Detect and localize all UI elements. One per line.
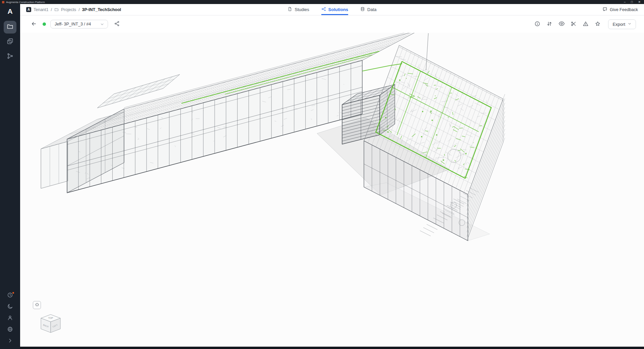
scissors-icon <box>571 21 577 28</box>
warning-icon <box>583 21 589 28</box>
back-arrow-icon <box>31 21 37 28</box>
home-icon <box>35 302 39 308</box>
view-cube[interactable]: TOP BACK LEFT <box>38 312 64 338</box>
tab-data[interactable]: Data <box>360 4 376 15</box>
workflow-icon <box>7 53 13 61</box>
feedback-bubble-icon <box>602 7 607 13</box>
moon-icon <box>7 303 13 311</box>
tab-label: Data <box>367 7 376 12</box>
close-button[interactable]: ✕ <box>638 0 641 4</box>
sidebar-item-history[interactable] <box>5 291 15 301</box>
info-button[interactable] <box>533 20 542 28</box>
layers-icon <box>7 38 13 46</box>
export-label: Export <box>612 22 625 27</box>
maximize-button[interactable]: □ <box>631 0 633 4</box>
window-controls: – □ ✕ <box>624 0 642 4</box>
breadcrumb-separator: / <box>78 7 79 12</box>
breadcrumb-separator: / <box>51 7 52 12</box>
sidebar-item-models[interactable] <box>4 36 16 48</box>
sidebar-expand-button[interactable] <box>5 336 15 346</box>
viewer-toolbar: Jeff- 3P_INT_3 / #4 <box>20 15 644 33</box>
folder-icon <box>54 7 59 12</box>
globe-icon <box>7 326 13 334</box>
main-area: A Tenant1 / Projects / 3P-INT_TechSchool <box>20 4 644 349</box>
sidebar-bottom-group <box>5 291 15 346</box>
share-icon <box>114 21 120 27</box>
tab-label: Studies <box>294 7 309 12</box>
app-title: Augmenta Construction Platform <box>6 1 45 4</box>
breadcrumb-logo: A <box>26 7 31 12</box>
solution-version-selector[interactable]: Jeff- 3P_INT_3 / #4 <box>50 20 108 28</box>
feedback-label: Give Feedback <box>610 7 638 12</box>
home-view-button[interactable] <box>33 301 41 309</box>
model-viewport[interactable]: TOP BACK LEFT <box>20 33 644 347</box>
back-button[interactable] <box>30 20 38 28</box>
status-indicator <box>43 22 46 26</box>
notification-dot <box>12 292 14 294</box>
sidebar-item-workflows[interactable] <box>4 50 16 63</box>
chevron-down-icon <box>628 22 632 27</box>
section-cut-button[interactable] <box>569 20 578 28</box>
export-button[interactable]: Export <box>608 19 636 29</box>
top-navigation: A Tenant1 / Projects / 3P-INT_TechSchool <box>20 4 644 15</box>
toolbar-right-group: Export <box>533 19 636 29</box>
tab-bar: Studies Solutions Data <box>287 4 376 15</box>
swap-vertical-icon <box>546 21 552 28</box>
database-icon <box>360 7 365 12</box>
compare-button[interactable] <box>545 20 554 28</box>
give-feedback-button[interactable]: Give Feedback <box>602 7 638 13</box>
breadcrumb: A Tenant1 / Projects / 3P-INT_TechSchool <box>26 7 287 12</box>
sidebar-logo: A <box>7 7 12 15</box>
bottom-edge-strip <box>20 347 644 349</box>
star-icon <box>595 21 601 28</box>
share-button[interactable] <box>112 20 121 28</box>
application-window: Augmenta Construction Platform – □ ✕ A <box>0 0 644 349</box>
chevron-down-icon <box>100 22 104 26</box>
building-model-3d[interactable] <box>20 33 644 347</box>
issues-button[interactable] <box>581 20 590 28</box>
minimize-button[interactable]: – <box>624 0 626 4</box>
viewcube-top-label: TOP <box>48 317 53 319</box>
info-icon <box>534 21 540 28</box>
visibility-button[interactable] <box>557 20 566 28</box>
sidebar-item-user[interactable] <box>5 313 15 324</box>
network-icon <box>321 7 326 12</box>
tab-label: Solutions <box>328 7 348 12</box>
eye-icon <box>558 20 565 28</box>
solution-version-label: Jeff- 3P_INT_3 / #4 <box>55 22 91 26</box>
sidebar-item-projects[interactable] <box>4 21 16 34</box>
tab-studies[interactable]: Studies <box>287 4 309 15</box>
breadcrumb-projects[interactable]: Projects <box>61 7 76 12</box>
sidebar-item-dark-mode[interactable] <box>5 302 15 312</box>
folder-icon <box>7 23 13 31</box>
user-icon <box>7 315 13 322</box>
sidebar: A <box>0 4 20 349</box>
window-titlebar: Augmenta Construction Platform – □ ✕ <box>0 0 644 4</box>
sidebar-item-language[interactable] <box>5 325 15 335</box>
breadcrumb-project-name[interactable]: 3P-INT_TechSchool <box>82 7 121 12</box>
app-body: A <box>0 4 644 349</box>
breadcrumb-tenant[interactable]: Tenant1 <box>34 7 48 12</box>
app-icon <box>2 1 4 3</box>
nav-right-group: Give Feedback <box>377 7 638 13</box>
document-icon <box>287 7 292 12</box>
favorite-button[interactable] <box>593 20 602 28</box>
chevron-right-icon <box>7 338 13 345</box>
tab-solutions[interactable]: Solutions <box>321 4 348 15</box>
